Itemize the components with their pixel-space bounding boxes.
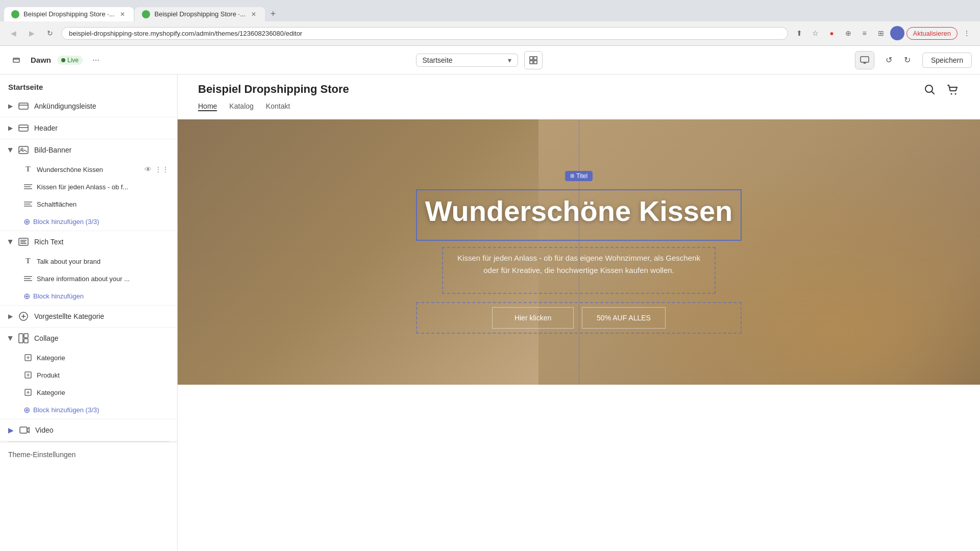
rich-text-children: T Talk about your brand Share informatio…	[0, 253, 177, 305]
bookmark-icon[interactable]: ☆	[808, 26, 823, 40]
inspector-button[interactable]	[524, 51, 543, 69]
tab-2[interactable]: Beispiel Dropshipping Store ·... ✕	[135, 7, 264, 21]
page-selector[interactable]: Startseite ▾	[416, 54, 518, 67]
chevron-icon-kategorie: ▶	[8, 313, 13, 320]
reload-button[interactable]: ↻	[43, 26, 57, 40]
tab-label-1: Beispiel Dropshipping Store ·...	[23, 10, 114, 18]
hero-content: ⊞ Titel Wunderschöne Kissen	[416, 170, 742, 334]
nav-link-home[interactable]: Home	[198, 102, 217, 111]
search-icon[interactable]	[923, 83, 937, 97]
hero-headline: Wunderschöne Kissen	[425, 194, 733, 228]
section-header: ▶ Header	[0, 117, 177, 139]
section-header-ankuendigungsleiste[interactable]: ▶ Ankündigungsleiste	[0, 95, 177, 117]
add-icon: ⊕	[23, 217, 30, 227]
more-options-icon[interactable]: ⋮	[960, 26, 974, 40]
svg-rect-6	[19, 103, 28, 109]
url-bar[interactable]: beispiel-dropshipping-store.myshopify.co…	[61, 27, 788, 40]
extension-icon-3[interactable]: ≡	[857, 26, 872, 40]
sub-item-label-wunderschone-kissen: Wunderschöne Kissen	[37, 166, 103, 173]
tab-close-2[interactable]: ✕	[250, 10, 258, 18]
add-block-bild-banner[interactable]: ⊕ Block hinzufügen (3/3)	[0, 213, 177, 231]
add-block-collage[interactable]: ⊕ Block hinzufügen (3/3)	[0, 401, 177, 419]
sub-item-label-kissen-text: Kissen für jeden Anlass - ob f...	[37, 183, 128, 191]
section-header-rich-text[interactable]: ▶ Rich Text	[0, 231, 177, 253]
url-text: beispiel-dropshipping-store.myshopify.co…	[69, 30, 302, 37]
preview-frame: Beispiel Dropshipping Store Home Katalog…	[178, 74, 980, 551]
theme-settings-link[interactable]: Theme-Einstellungen	[0, 442, 177, 467]
address-actions: ⬆ ☆ ● ⊕ ≡ ⊞ Aktualisieren ⋮	[792, 26, 974, 40]
section-label-collage: Collage	[34, 334, 58, 342]
sub-item-kategorie-2[interactable]: Kategorie	[0, 384, 177, 401]
expand-icon-3	[23, 388, 33, 397]
page-selector-label: Startseite	[423, 56, 453, 64]
chevron-down-icon-bild-banner: ▶	[7, 148, 14, 153]
sub-item-kissen-text[interactable]: Kissen für jeden Anlass - ob f...	[0, 178, 177, 195]
section-header-header[interactable]: ▶ Header	[0, 117, 177, 139]
add-block-rich-text[interactable]: ⊕ Block hinzufügen	[0, 287, 177, 305]
cart-icon[interactable]	[945, 83, 960, 97]
share-icon[interactable]: ⬆	[792, 26, 806, 40]
section-label-video: Video	[35, 426, 54, 434]
add-icon-rich-text: ⊕	[23, 291, 30, 301]
hero-subtitle-selection: Kissen für jeden Anlass - ob für das eig…	[442, 247, 716, 294]
button-icon	[23, 199, 33, 209]
sub-item-share-info[interactable]: Share information about your ...	[0, 270, 177, 287]
eye-icon[interactable]: 👁	[144, 165, 152, 173]
nav-link-kontakt[interactable]: Kontakt	[266, 102, 290, 111]
lines-icon-2	[23, 274, 33, 283]
section-header-bild-banner[interactable]: ▶ Bild-Banner	[0, 139, 177, 161]
sub-item-label-schaltflachen: Schaltflächen	[37, 201, 77, 208]
view-toggle	[855, 51, 874, 69]
section-header-video[interactable]: ▶ Video	[0, 419, 177, 441]
chevron-right-icon-header: ▶	[8, 124, 13, 132]
hero-button-1[interactable]: Hier klicken	[492, 307, 574, 329]
back-button[interactable]: ◀	[6, 26, 20, 40]
section-vorgestellte-kategorie: ▶ Vorgestellte Kategorie	[0, 306, 177, 328]
preview-area: Beispiel Dropshipping Store Home Katalog…	[178, 74, 980, 551]
profile-icon[interactable]	[890, 26, 904, 40]
extension-icon-1[interactable]: ●	[825, 26, 839, 40]
desktop-view-button[interactable]	[855, 52, 874, 69]
live-label: Live	[67, 57, 79, 64]
sub-item-talk-about[interactable]: T Talk about your brand	[0, 253, 177, 270]
sub-item-label-kategorie-1: Kategorie	[37, 354, 65, 362]
nav-back-button[interactable]	[8, 52, 24, 68]
sub-item-wunderschone-kissen[interactable]: T Wunderschöne Kissen 👁 ⋮⋮	[0, 161, 177, 178]
header-section-icon	[18, 122, 29, 134]
undo-button[interactable]: ↺	[880, 52, 898, 69]
new-tab-button[interactable]: +	[266, 7, 280, 21]
nav-link-katalog[interactable]: Katalog	[229, 102, 253, 111]
sub-item-label-produkt: Produkt	[37, 371, 60, 379]
sidebar-title: Startseite	[0, 74, 177, 95]
add-icon-collage: ⊕	[23, 405, 30, 415]
section-label-rich-text: Rich Text	[34, 238, 63, 246]
section-header-collage[interactable]: ▶ Collage	[0, 328, 177, 349]
extension-icon-4[interactable]: ⊞	[874, 26, 888, 40]
sidebar: Startseite ▶ Ankündigungsleiste ▶	[0, 74, 178, 551]
section-header-vorgestellte-kategorie[interactable]: ▶ Vorgestellte Kategorie	[0, 306, 177, 327]
sub-item-schaltflachen[interactable]: Schaltflächen	[0, 195, 177, 213]
tab-close-1[interactable]: ✕	[118, 10, 127, 18]
svg-rect-2	[534, 57, 537, 60]
extension-icon-2[interactable]: ⊕	[841, 26, 855, 40]
redo-button[interactable]: ↻	[899, 52, 916, 69]
action-dots-icon[interactable]: ⋮⋮	[155, 165, 169, 173]
live-badge: Live	[57, 56, 83, 65]
update-button[interactable]: Aktualisieren	[906, 27, 958, 40]
category-icon	[18, 311, 29, 322]
page-selector-chevron: ▾	[508, 56, 511, 64]
video-icon	[19, 424, 30, 436]
hero-button-2[interactable]: 50% AUF ALLES	[582, 307, 666, 329]
store-top-icons	[923, 83, 960, 97]
tab-1[interactable]: Beispiel Dropshipping Store ·... ✕	[4, 7, 134, 21]
section-rich-text: ▶ Rich Text T Talk about your brand	[0, 231, 177, 306]
rich-text-icon	[18, 236, 29, 247]
more-menu-button[interactable]: ···	[89, 53, 103, 67]
add-block-label-collage: Block hinzufügen (3/3)	[33, 406, 99, 414]
save-button[interactable]: Speichern	[922, 53, 972, 68]
sub-item-produkt[interactable]: Produkt	[0, 366, 177, 384]
svg-point-34	[951, 93, 952, 95]
forward-button[interactable]: ▶	[24, 26, 39, 40]
undo-redo-group: ↺ ↻	[880, 52, 916, 69]
sub-item-kategorie-1[interactable]: Kategorie	[0, 349, 177, 366]
